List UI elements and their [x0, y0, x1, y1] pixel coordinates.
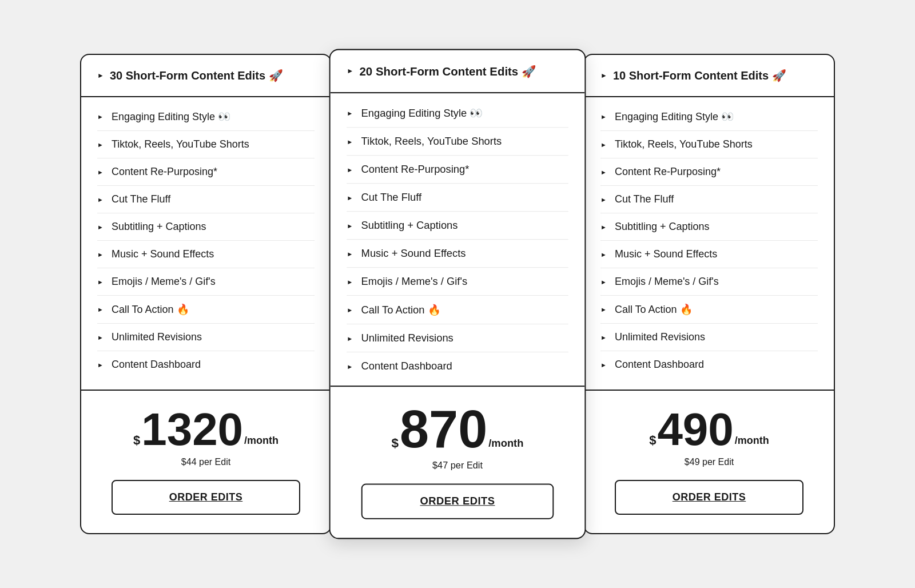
feature-item: ►Content Re-Purposing*: [600, 158, 818, 186]
feature-bullet-icon: ►: [97, 251, 104, 258]
feature-bullet-icon: ►: [97, 361, 104, 368]
feature-text: Music + Sound Effects: [361, 247, 466, 259]
pricing-card-plan-30: ►30 Short-Form Content Edits 🚀►Engaging …: [80, 54, 332, 534]
feature-item: ►Engaging Editing Style 👀: [600, 103, 818, 131]
feature-bullet-icon: ►: [600, 279, 607, 285]
feature-bullet-icon: ►: [600, 334, 607, 341]
feature-text: Subtitling + Captions: [361, 219, 458, 231]
order-edits-button[interactable]: ORDER EDITS: [361, 484, 554, 519]
feature-item: ►Subtitling + Captions: [347, 212, 568, 240]
feature-text: Emojis / Meme's / Gif's: [361, 275, 468, 287]
price-per-edit: $47 per Edit: [432, 460, 483, 471]
feature-bullet-icon: ►: [97, 279, 104, 285]
feature-bullet-icon: ►: [347, 335, 353, 341]
price-period: /month: [488, 438, 523, 456]
feature-bullet-icon: ►: [347, 194, 353, 201]
feature-bullet-icon: ►: [347, 166, 353, 173]
feature-text: Engaging Editing Style 👀: [361, 107, 483, 120]
price-symbol: $: [133, 433, 140, 452]
features-section: ►Engaging Editing Style 👀►Tiktok, Reels,…: [81, 97, 331, 391]
card-header: ►30 Short-Form Content Edits 🚀: [81, 55, 331, 97]
price-symbol: $: [649, 433, 656, 452]
pricing-footer: $1320/month$44 per EditORDER EDITS: [81, 391, 331, 533]
feature-text: Unlimited Revisions: [615, 331, 705, 343]
feature-text: Content Re-Purposing*: [112, 166, 217, 178]
feature-item: ►Music + Sound Effects: [347, 240, 568, 268]
header-text: 20 Short-Form Content Edits 🚀: [360, 64, 536, 78]
feature-item: ►Content Re-Purposing*: [97, 158, 315, 186]
feature-item: ►Call To Action 🔥: [97, 296, 315, 324]
header-item: ►10 Short-Form Content Edits 🚀: [600, 69, 818, 82]
feature-item: ►Content Dashboard: [347, 352, 568, 380]
card-header: ►10 Short-Form Content Edits 🚀: [584, 55, 834, 97]
feature-text: Tiktok, Reels, YouTube Shorts: [361, 136, 502, 148]
feature-bullet-icon: ►: [600, 169, 607, 176]
feature-bullet-icon: ►: [347, 138, 353, 145]
feature-text: Content Dashboard: [361, 360, 452, 372]
feature-bullet-icon: ►: [97, 113, 104, 120]
features-section: ►Engaging Editing Style 👀►Tiktok, Reels,…: [331, 93, 585, 387]
feature-text: Tiktok, Reels, YouTube Shorts: [615, 138, 753, 150]
feature-bullet-icon: ►: [600, 306, 607, 313]
feature-item: ►Cut The Fluff: [600, 186, 818, 213]
feature-bullet-icon: ►: [97, 196, 104, 203]
feature-bullet-icon: ►: [600, 251, 607, 258]
feature-bullet-icon: ►: [347, 250, 353, 257]
feature-text: Subtitling + Captions: [112, 221, 206, 233]
feature-item: ►Engaging Editing Style 👀: [347, 99, 568, 128]
feature-item: ►Music + Sound Effects: [600, 241, 818, 268]
feature-bullet-icon: ►: [600, 361, 607, 368]
feature-item: ►Emojis / Meme's / Gif's: [600, 268, 818, 296]
feature-item: ►Call To Action 🔥: [600, 296, 818, 324]
feature-item: ►Call To Action 🔥: [347, 296, 568, 324]
feature-text: Subtitling + Captions: [615, 221, 710, 233]
feature-text: Content Dashboard: [615, 359, 704, 371]
feature-bullet-icon: ►: [97, 141, 104, 148]
price-per-edit: $44 per Edit: [181, 457, 230, 467]
feature-text: Emojis / Meme's / Gif's: [615, 276, 719, 288]
feature-text: Music + Sound Effects: [112, 248, 214, 260]
features-section: ►Engaging Editing Style 👀►Tiktok, Reels,…: [584, 97, 834, 391]
feature-bullet-icon: ►: [600, 113, 607, 120]
feature-bullet-icon: ►: [347, 363, 353, 370]
order-edits-button[interactable]: ORDER EDITS: [615, 480, 803, 515]
feature-item: ►Emojis / Meme's / Gif's: [97, 268, 315, 296]
feature-item: ►Subtitling + Captions: [600, 213, 818, 241]
header-item: ►30 Short-Form Content Edits 🚀: [97, 69, 315, 82]
price-period: /month: [244, 435, 279, 452]
pricing-container: ►30 Short-Form Content Edits 🚀►Engaging …: [57, 54, 858, 534]
feature-bullet-icon: ►: [97, 224, 104, 231]
order-edits-button[interactable]: ORDER EDITS: [112, 480, 300, 515]
price-period: /month: [735, 435, 769, 452]
price-display: $870/month: [392, 403, 524, 456]
header-bullet: ►: [97, 71, 104, 80]
feature-item: ►Content Re-Purposing*: [347, 156, 568, 184]
feature-item: ►Content Dashboard: [97, 351, 315, 378]
feature-item: ►Cut The Fluff: [97, 186, 315, 213]
feature-text: Cut The Fluff: [112, 193, 170, 205]
header-text: 10 Short-Form Content Edits 🚀: [613, 69, 786, 82]
pricing-footer: $870/month$47 per EditORDER EDITS: [331, 387, 585, 538]
feature-item: ►Cut The Fluff: [347, 184, 568, 212]
price-amount: 490: [657, 407, 733, 452]
feature-item: ►Engaging Editing Style 👀: [97, 103, 315, 131]
pricing-card-plan-20: ►20 Short-Form Content Edits 🚀►Engaging …: [329, 49, 586, 539]
feature-item: ►Subtitling + Captions: [97, 213, 315, 241]
price-per-edit: $49 per Edit: [685, 457, 734, 467]
feature-text: Unlimited Revisions: [112, 331, 202, 343]
price-symbol: $: [392, 436, 399, 456]
feature-text: Emojis / Meme's / Gif's: [112, 276, 216, 288]
feature-bullet-icon: ►: [600, 224, 607, 231]
feature-text: Call To Action 🔥: [361, 303, 440, 316]
feature-bullet-icon: ►: [347, 278, 353, 285]
feature-bullet-icon: ►: [347, 306, 353, 313]
feature-text: Call To Action 🔥: [112, 303, 189, 316]
feature-item: ►Tiktok, Reels, YouTube Shorts: [600, 131, 818, 158]
feature-bullet-icon: ►: [600, 141, 607, 148]
feature-item: ►Unlimited Revisions: [97, 324, 315, 351]
price-amount: 1320: [141, 407, 243, 452]
price-display: $490/month: [649, 407, 769, 452]
feature-text: Engaging Editing Style 👀: [615, 110, 734, 123]
header-bullet: ►: [600, 71, 607, 80]
feature-item: ►Tiktok, Reels, YouTube Shorts: [97, 131, 315, 158]
